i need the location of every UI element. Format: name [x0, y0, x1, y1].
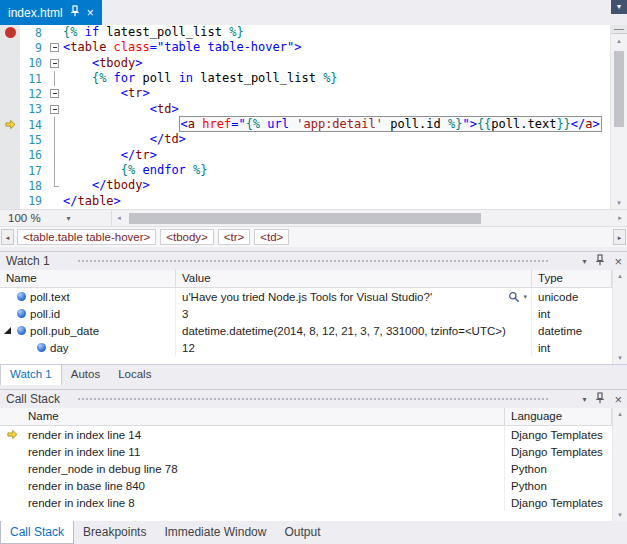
- tab-overflow-button[interactable]: ▾: [611, 0, 627, 14]
- watch-row[interactable]: day12int: [0, 339, 612, 356]
- pin-icon[interactable]: [70, 5, 80, 20]
- column-header-type[interactable]: Type: [532, 270, 612, 287]
- callstack-title-bar[interactable]: Call Stack ▾ ×: [0, 390, 627, 408]
- current-statement-glyph-cell[interactable]: [0, 117, 20, 132]
- breadcrumb-item[interactable]: <tbody>: [160, 229, 214, 245]
- breadcrumb-left-arrow[interactable]: ◂: [1, 229, 14, 245]
- magnifier-icon[interactable]: [508, 291, 520, 303]
- code-text[interactable]: <td>: [63, 102, 610, 117]
- glyph-margin-cell[interactable]: [0, 178, 20, 193]
- bottom-tab-output[interactable]: Output: [275, 521, 329, 544]
- breakpoint-glyph-cell[interactable]: [0, 25, 20, 40]
- code-line[interactable]: 8{% if latest_poll_list %}: [0, 25, 610, 40]
- code-line[interactable]: 10 <tbody>: [0, 56, 610, 71]
- code-text[interactable]: </tbody>: [63, 178, 610, 193]
- column-header-value[interactable]: Value: [176, 270, 532, 287]
- close-icon[interactable]: ×: [614, 255, 622, 268]
- watch-value-cell[interactable]: datetime.datetime(2014, 8, 12, 21, 3, 7,…: [176, 322, 532, 339]
- callstack-row[interactable]: render in base line 840Python: [0, 477, 612, 494]
- glyph-margin-cell[interactable]: [0, 40, 20, 55]
- watch-scrollbar[interactable]: ▴ ▾: [612, 270, 627, 364]
- watch-value-cell[interactable]: u'Have you tried Node.js Tools for Visua…: [176, 288, 532, 305]
- code-line[interactable]: 15 </td>: [0, 132, 610, 147]
- callstack-row[interactable]: render in index line 8Django Templates: [0, 494, 612, 511]
- fold-collapse-icon[interactable]: [50, 43, 59, 52]
- code-line[interactable]: 9<table class="table table-hover">: [0, 40, 610, 55]
- code-line[interactable]: 11 {% for poll in latest_poll_list %}: [0, 71, 610, 86]
- code-line[interactable]: 13 <td>: [0, 102, 610, 117]
- window-menu-icon[interactable]: ▾: [582, 395, 586, 404]
- watch-value-cell[interactable]: 12: [176, 339, 532, 356]
- code-text[interactable]: <tr>: [63, 86, 610, 101]
- code-text[interactable]: {% if latest_poll_list %}: [63, 25, 610, 40]
- editor-horizontal-scrollbar[interactable]: ◂ ▸: [112, 210, 627, 226]
- code-text[interactable]: {% for poll in latest_poll_list %}: [63, 71, 610, 86]
- breadcrumb-item[interactable]: <tr>: [218, 229, 250, 245]
- callstack-scrollbar[interactable]: ▴ ▾: [612, 408, 627, 521]
- chevron-down-icon[interactable]: ▾: [523, 293, 527, 301]
- code-text[interactable]: </td>: [63, 132, 610, 147]
- callstack-row[interactable]: render in index line 14Django Templates: [0, 426, 612, 443]
- horizontal-scrollbar-thumb[interactable]: [129, 213, 481, 224]
- code-text[interactable]: </tr>: [63, 148, 610, 163]
- scroll-left-icon[interactable]: ◂: [112, 210, 126, 226]
- pin-icon[interactable]: [595, 254, 605, 269]
- tab-index-html[interactable]: index.html ×: [0, 0, 102, 25]
- watch-tab-autos[interactable]: Autos: [62, 365, 109, 385]
- close-icon[interactable]: ×: [87, 7, 94, 19]
- scroll-up-icon[interactable]: ▴: [613, 270, 627, 282]
- scroll-up-icon[interactable]: ▴: [613, 408, 627, 420]
- scroll-right-icon[interactable]: ▸: [613, 210, 627, 226]
- glyph-margin-cell[interactable]: [0, 132, 20, 147]
- fold-collapse-icon[interactable]: [50, 89, 59, 98]
- watch-value-cell[interactable]: 3: [176, 305, 532, 322]
- glyph-margin-cell[interactable]: [0, 102, 20, 117]
- pin-icon[interactable]: [595, 392, 605, 407]
- drag-grip[interactable]: [78, 398, 549, 401]
- scroll-down-icon[interactable]: ▾: [613, 352, 627, 364]
- glyph-margin-cell[interactable]: [0, 71, 20, 86]
- breadcrumb-item[interactable]: <table.table table-hover>: [17, 229, 156, 245]
- column-header-language[interactable]: Language: [505, 408, 612, 425]
- glyph-margin-cell[interactable]: [0, 86, 20, 101]
- code-line[interactable]: 18 </tbody>: [0, 178, 610, 193]
- column-header-name[interactable]: Name: [0, 270, 176, 287]
- code-text[interactable]: <table class="table table-hover">: [63, 40, 610, 55]
- code-text[interactable]: {% endfor %}: [63, 163, 610, 178]
- drag-grip[interactable]: [78, 260, 549, 263]
- column-header-name[interactable]: Name: [0, 408, 505, 425]
- watch-tab-locals[interactable]: Locals: [109, 365, 160, 385]
- glyph-margin-cell[interactable]: [0, 163, 20, 178]
- value-visualizer[interactable]: ▾: [508, 291, 531, 303]
- callstack-row[interactable]: render_node in debug line 78Python: [0, 460, 612, 477]
- breakpoint-icon[interactable]: [5, 27, 16, 38]
- code-editor[interactable]: 8{% if latest_poll_list %}9<table class=…: [0, 25, 627, 209]
- scroll-down-icon[interactable]: ▾: [611, 196, 627, 209]
- vertical-scrollbar-thumb[interactable]: [614, 51, 624, 127]
- bottom-tab-immediate-window[interactable]: Immediate Window: [155, 521, 275, 544]
- watch-row[interactable]: poll.textu'Have you tried Node.js Tools …: [0, 288, 612, 305]
- code-line[interactable]: 17 {% endfor %}: [0, 163, 610, 178]
- code-line[interactable]: 12 <tr>: [0, 86, 610, 101]
- bottom-tab-call-stack[interactable]: Call Stack: [0, 521, 74, 544]
- scroll-up-icon[interactable]: ▴: [611, 34, 627, 47]
- watch-tab-watch-1[interactable]: Watch 1: [0, 365, 62, 385]
- code-line[interactable]: 16 </tr>: [0, 148, 610, 163]
- code-text[interactable]: <a href="{% url 'app:detail' poll.id %}"…: [63, 117, 610, 132]
- editor-splitter-handle[interactable]: [611, 25, 627, 34]
- glyph-margin-cell[interactable]: [0, 148, 20, 163]
- callstack-row[interactable]: render in index line 11Django Templates: [0, 443, 612, 460]
- watch-row[interactable]: poll.pub_datedatetime.datetime(2014, 8, …: [0, 322, 612, 339]
- breadcrumb-item[interactable]: <td>: [254, 229, 289, 245]
- code-text[interactable]: <tbody>: [63, 56, 610, 71]
- close-icon[interactable]: ×: [614, 393, 622, 406]
- code-text[interactable]: </table>: [63, 194, 610, 209]
- breadcrumb-right-arrow[interactable]: ▸: [613, 229, 626, 245]
- zoom-control[interactable]: 100 % ▾: [0, 210, 112, 226]
- window-menu-icon[interactable]: ▾: [582, 257, 586, 266]
- code-line[interactable]: 14 <a href="{% url 'app:detail' poll.id …: [0, 117, 610, 132]
- glyph-margin-cell[interactable]: [0, 194, 20, 209]
- expander-icon[interactable]: [4, 327, 11, 334]
- fold-collapse-icon[interactable]: [50, 105, 59, 114]
- watch-row[interactable]: poll.id3int: [0, 305, 612, 322]
